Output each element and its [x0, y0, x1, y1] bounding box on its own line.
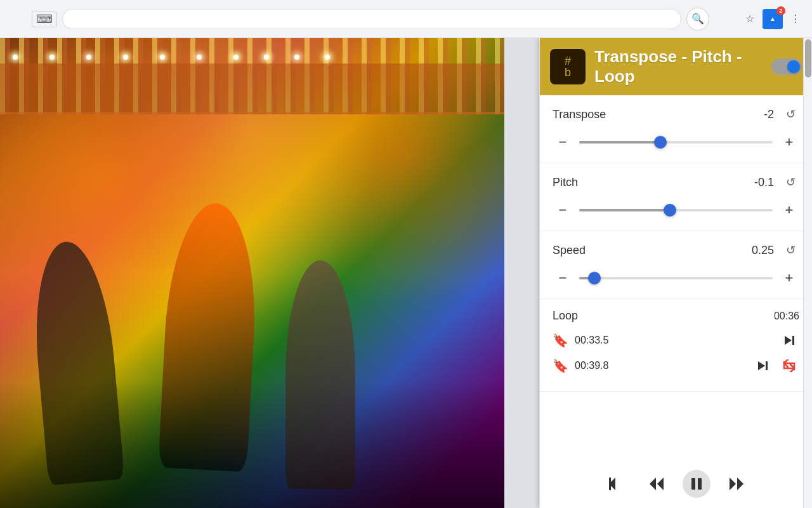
panel-content: Transpose -2 ↺ − + [540, 95, 812, 460]
loop-start-row: 🔖 00:33.5 [553, 330, 799, 351]
pitch-reset-icon: ↺ [786, 175, 796, 189]
pitch-slider[interactable] [579, 209, 773, 211]
transpose-header: Transpose -2 ↺ [553, 105, 799, 123]
rewind-button[interactable] [642, 470, 670, 498]
extension-badge[interactable]: ▲ 2 [763, 9, 783, 29]
skip-to-icon [783, 334, 796, 347]
extension-count: 2 [776, 6, 785, 15]
sharp-symbol: # [565, 55, 571, 67]
enable-toggle[interactable] [771, 58, 802, 75]
transpose-value: -2 [742, 108, 774, 121]
search-button[interactable]: 🔍 [686, 8, 709, 30]
pitch-minus-icon: − [559, 202, 567, 218]
fast-forward-icon [728, 475, 746, 493]
pitch-label: Pitch [553, 176, 742, 189]
speed-slider-row: − + [553, 268, 799, 288]
transpose-section: Transpose -2 ↺ − + [540, 95, 812, 163]
svg-marker-2 [758, 361, 765, 370]
transpose-reset-icon: ↺ [786, 107, 796, 121]
loop-end-row: 🔖 00:39.8 [553, 356, 799, 376]
star-icon: ☆ [745, 13, 754, 25]
transpose-plus-icon: + [785, 134, 794, 150]
loop-label: Loop [553, 309, 774, 323]
plugin-logo: # b [550, 49, 586, 84]
transpose-slider-thumb[interactable] [654, 136, 667, 149]
flat-symbol: b [565, 67, 571, 78]
toggle-thumb [787, 60, 800, 73]
pitch-minus-button[interactable]: − [553, 200, 573, 220]
transpose-slider-row: − + [553, 132, 799, 152]
svg-rect-9 [698, 478, 702, 490]
browser-toolbar: ⌨ 🔍 ☆ ▲ 2 ⋮ [0, 0, 812, 38]
panel-header: # b Transpose - Pitch - Loop [540, 38, 812, 95]
bookmark-star-button[interactable]: ☆ [740, 9, 760, 29]
svg-rect-3 [766, 361, 768, 370]
fast-forward-button[interactable] [723, 470, 751, 498]
speed-plus-button[interactable]: + [779, 268, 799, 288]
speed-slider-thumb[interactable] [588, 272, 601, 284]
address-bar[interactable] [62, 9, 681, 29]
loop-start-bookmark-icon: 🔖 [553, 333, 568, 348]
scrollbar-thumb[interactable] [805, 39, 811, 77]
chrome-menu-button[interactable]: ⋮ [785, 9, 806, 29]
pitch-reset-button[interactable]: ↺ [782, 173, 799, 191]
transpose-minus-button[interactable]: − [553, 132, 573, 152]
skip-back-icon [606, 475, 624, 493]
pause-button[interactable] [683, 470, 710, 498]
loop-current-time: 00:36 [774, 311, 799, 322]
loop-repeat-button[interactable] [779, 356, 799, 376]
loop-start-skip-button[interactable] [779, 330, 799, 351]
scrollbar[interactable] [803, 38, 812, 508]
svg-rect-8 [691, 478, 695, 490]
loop-header: Loop 00:36 [553, 309, 799, 323]
keyboard-icon[interactable]: ⌨ [32, 11, 57, 27]
speed-label: Speed [553, 244, 742, 257]
toolbar-icons: ☆ ▲ 2 ⋮ [740, 9, 806, 29]
pause-icon [689, 476, 704, 491]
loop-repeat-icon [782, 359, 797, 372]
plugin-panel: # b Transpose - Pitch - Loop Transpose -… [539, 38, 812, 508]
svg-marker-11 [737, 478, 743, 490]
speed-slider[interactable] [579, 277, 773, 279]
transpose-reset-button[interactable]: ↺ [782, 105, 799, 123]
pitch-slider-fill [579, 209, 670, 211]
extension-icon: ▲ [769, 15, 776, 22]
loop-end-time: 00:39.8 [575, 360, 746, 371]
loop-end-skip-button[interactable] [752, 356, 773, 376]
skip-back-button[interactable] [601, 470, 629, 498]
toggle-track[interactable] [771, 58, 802, 75]
transpose-slider-fill [579, 141, 660, 144]
svg-rect-5 [609, 478, 611, 490]
skip-to-end-icon [756, 359, 769, 372]
speed-reset-button[interactable]: ↺ [782, 241, 799, 259]
speed-section: Speed 0.25 ↺ − + [540, 231, 812, 299]
svg-marker-6 [650, 478, 656, 490]
speed-value: 0.25 [742, 244, 774, 257]
svg-marker-10 [730, 478, 736, 490]
panel-title: Transpose - Pitch - Loop [594, 47, 763, 86]
search-icon: 🔍 [691, 13, 704, 25]
pitch-plus-icon: + [785, 202, 794, 218]
loop-start-time: 00:33.5 [575, 335, 773, 346]
svg-marker-7 [657, 478, 664, 490]
transpose-minus-icon: − [559, 134, 567, 150]
loop-end-bookmark-icon: 🔖 [553, 358, 568, 373]
menu-dots-icon: ⋮ [790, 13, 801, 25]
video-player [0, 38, 504, 508]
video-frame [0, 38, 504, 508]
speed-reset-icon: ↺ [786, 243, 796, 257]
speed-minus-button[interactable]: − [553, 268, 573, 288]
pitch-section: Pitch -0.1 ↺ − + [540, 163, 812, 231]
pitch-slider-row: − + [553, 200, 799, 220]
speed-plus-icon: + [785, 270, 794, 286]
playback-controls [540, 460, 812, 508]
pitch-slider-thumb[interactable] [664, 204, 676, 217]
pitch-plus-button[interactable]: + [779, 200, 799, 220]
svg-marker-0 [785, 336, 792, 345]
transpose-plus-button[interactable]: + [779, 132, 799, 152]
svg-rect-1 [792, 336, 794, 345]
pitch-value: -0.1 [742, 176, 774, 189]
transpose-slider[interactable] [579, 141, 773, 144]
rewind-icon [647, 475, 665, 493]
transpose-label: Transpose [553, 108, 742, 121]
